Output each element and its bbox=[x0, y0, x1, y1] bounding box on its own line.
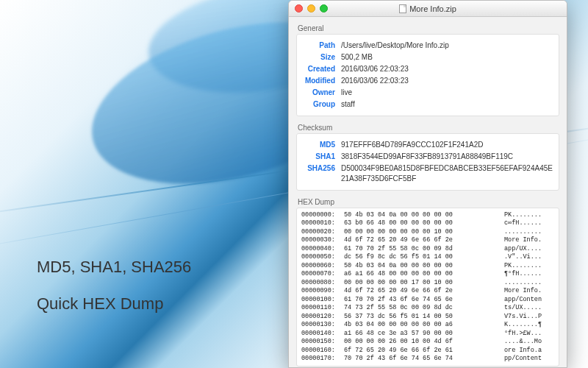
hex-row: 00000140:a1 66 48 ce 3e a3 57 90 00 00°f… bbox=[301, 330, 554, 338]
hex-ascii: .V"..Vi... bbox=[504, 253, 554, 261]
hex-row: 00000030:4d 6f 72 65 20 49 6e 66 6f 2eMo… bbox=[301, 236, 554, 244]
section-hex-label: HEX Dump bbox=[298, 198, 559, 206]
hex-row: 00000020:00 00 00 00 00 00 00 00 10 00..… bbox=[301, 228, 554, 236]
hex-offset: 00000170: bbox=[301, 355, 344, 363]
section-general-label: General bbox=[298, 24, 559, 32]
row-group: Group staff bbox=[303, 99, 553, 110]
hex-row: 00000120:56 37 73 dc 56 f5 01 14 00 50V7… bbox=[301, 313, 554, 321]
hex-ascii: .......... bbox=[504, 228, 554, 236]
hex-ascii: More Info. bbox=[504, 236, 554, 244]
row-owner: Owner live bbox=[303, 88, 553, 98]
hex-bytes: 50 4b 03 04 0a 00 00 00 00 00 bbox=[344, 211, 504, 219]
hex-bytes: 00 00 00 00 00 00 17 00 10 00 bbox=[344, 279, 504, 287]
hex-row: 00000060:50 4b 03 04 0a 00 00 00 00 00PK… bbox=[301, 262, 554, 270]
hex-offset: 00000150: bbox=[301, 338, 344, 346]
row-created: Created 2016/03/06 22:03:23 bbox=[303, 64, 553, 74]
hex-bytes: 74 73 2f 55 58 0c 00 09 8d dc bbox=[344, 304, 504, 312]
hex-offset: 00000030: bbox=[301, 236, 344, 244]
hex-offset: 00000060: bbox=[301, 262, 344, 270]
hex-row: 00000130:4b 03 04 00 00 00 00 00 00 a6K.… bbox=[301, 321, 554, 329]
promo-headline-2: Quick HEX Dump bbox=[37, 294, 163, 314]
hex-row: 00000100:61 70 70 2f 43 6f 6e 74 65 6eap… bbox=[301, 296, 554, 304]
hex-ascii: .......... bbox=[504, 279, 554, 287]
value-group: staff bbox=[341, 99, 355, 110]
hex-ascii: PK........ bbox=[504, 211, 554, 219]
value-created: 2016/03/06 22:03:23 bbox=[341, 64, 409, 74]
hex-ascii: More Info. bbox=[504, 287, 554, 295]
hex-row: 00000000:50 4b 03 04 0a 00 00 00 00 00PK… bbox=[301, 211, 554, 219]
document-icon bbox=[399, 4, 406, 13]
hex-ascii: ore Info.a bbox=[504, 347, 554, 355]
value-sha1: 3818F3544ED99AF8F33FB8913791A88849BF119C bbox=[341, 152, 513, 162]
row-size: Size 500,2 MB bbox=[303, 52, 553, 63]
hex-bytes: 56 37 73 dc 56 f5 01 14 00 50 bbox=[344, 313, 504, 321]
hex-bytes: 61 70 70 2f 43 6f 6e 74 65 6e bbox=[344, 296, 504, 304]
hex-ascii: app/UX.... bbox=[504, 245, 554, 253]
hex-bytes: 4d 6f 72 65 20 49 6e 66 6f 2e bbox=[344, 287, 504, 295]
hex-dump-panel[interactable]: 00000000:50 4b 03 04 0a 00 00 00 00 00PK… bbox=[296, 208, 559, 367]
hex-bytes: 4b 03 04 00 00 00 00 00 00 a6 bbox=[344, 321, 504, 329]
hex-row: 00000080:00 00 00 00 00 00 17 00 10 00..… bbox=[301, 279, 554, 287]
hex-ascii: V7s.Vi...P bbox=[504, 313, 554, 321]
row-sha1: SHA1 3818F3544ED99AF8F33FB8913791A88849B… bbox=[303, 152, 553, 162]
hex-row: 00000010:63 b0 66 48 00 00 00 00 00 00c∞… bbox=[301, 219, 554, 227]
traffic-lights bbox=[289, 4, 328, 13]
hex-ascii: app/Conten bbox=[504, 296, 554, 304]
hex-offset: 00000090: bbox=[301, 287, 344, 295]
hex-offset: 00000120: bbox=[301, 313, 344, 321]
hex-offset: 00000000: bbox=[301, 211, 344, 219]
value-md5: 917EFFF6B4D789FA9CCC102F1F241A2D bbox=[341, 140, 483, 150]
hex-bytes: a1 66 48 ce 3e a3 57 90 00 00 bbox=[344, 330, 504, 338]
label-md5: MD5 bbox=[303, 140, 341, 150]
row-md5: MD5 917EFFF6B4D789FA9CCC102F1F241A2D bbox=[303, 140, 553, 150]
label-group: Group bbox=[303, 99, 341, 110]
hex-offset: 00000160: bbox=[301, 347, 344, 355]
titlebar[interactable]: More Info.zip bbox=[289, 1, 567, 17]
hex-row: 00000090:4d 6f 72 65 20 49 6e 66 6f 2eMo… bbox=[301, 287, 554, 295]
hex-offset: 00000050: bbox=[301, 253, 344, 261]
label-sha1: SHA1 bbox=[303, 152, 341, 162]
row-modified: Modified 2016/03/06 22:03:23 bbox=[303, 76, 553, 86]
hex-bytes: 50 4b 03 04 0a 00 00 00 00 00 bbox=[344, 262, 504, 270]
section-checksum-label: Checksum bbox=[298, 124, 559, 132]
hex-ascii: c∞fH...... bbox=[504, 219, 554, 227]
hex-offset: 00000140: bbox=[301, 330, 344, 338]
hex-row: 00000070:a6 a1 66 48 00 00 00 00 00 00¶°… bbox=[301, 270, 554, 278]
hex-bytes: a6 a1 66 48 00 00 00 00 00 00 bbox=[344, 270, 504, 278]
hex-ascii: PK........ bbox=[504, 262, 554, 270]
window-content: General Path /Users/live/Desktop/More In… bbox=[289, 17, 567, 367]
label-path: Path bbox=[303, 40, 341, 51]
label-size: Size bbox=[303, 52, 341, 63]
hex-row: 00000110:74 73 2f 55 58 0c 00 09 8d dcts… bbox=[301, 304, 554, 312]
minimize-icon[interactable] bbox=[307, 4, 315, 13]
hex-ascii: ts/UX..... bbox=[504, 304, 554, 312]
close-icon[interactable] bbox=[295, 4, 303, 13]
label-modified: Modified bbox=[303, 76, 341, 86]
hex-row: 00000150:00 00 00 00 26 00 10 00 4d 6f..… bbox=[301, 338, 554, 346]
zoom-icon[interactable] bbox=[320, 4, 328, 13]
window-title-text: More Info.zip bbox=[409, 4, 456, 13]
hex-bytes: 00 00 00 00 00 00 00 00 10 00 bbox=[344, 228, 504, 236]
hex-ascii: ....&...Mo bbox=[504, 338, 554, 346]
hex-ascii: K........¶ bbox=[504, 321, 554, 329]
hex-bytes: 61 70 70 2f 55 58 0c 00 09 8d bbox=[344, 245, 504, 253]
row-sha256: SHA256 D500034F9BE0A815D8FBFEDC8ABCEB33E… bbox=[303, 163, 553, 184]
hex-offset: 00000100: bbox=[301, 296, 344, 304]
value-modified: 2016/03/06 22:03:23 bbox=[341, 76, 409, 86]
hex-bytes: 00 00 00 00 26 00 10 00 4d 6f bbox=[344, 338, 504, 346]
hex-row: 00000050:dc 56 f9 8c dc 56 f5 01 14 00.V… bbox=[301, 253, 554, 261]
general-panel: Path /Users/live/Desktop/More Info.zip S… bbox=[296, 34, 559, 116]
hex-ascii: pp/Content bbox=[504, 355, 554, 363]
hex-ascii: ¶°fH...... bbox=[504, 270, 554, 278]
label-owner: Owner bbox=[303, 88, 341, 98]
hex-ascii: °fH.>£W... bbox=[504, 330, 554, 338]
hex-offset: 00000080: bbox=[301, 279, 344, 287]
hex-offset: 00000040: bbox=[301, 245, 344, 253]
hex-offset: 00000110: bbox=[301, 304, 344, 312]
hex-offset: 00000130: bbox=[301, 321, 344, 329]
promo-headline-1: MD5, SHA1, SHA256 bbox=[37, 258, 191, 277]
value-sha256: D500034F9BE0A815D8FBFEDC8ABCEB33EF56EFAF… bbox=[341, 163, 553, 184]
label-sha256: SHA256 bbox=[303, 163, 341, 174]
hex-row: 00000170:70 70 2f 43 6f 6e 74 65 6e 74pp… bbox=[301, 355, 554, 363]
hex-offset: 00000010: bbox=[301, 219, 344, 227]
